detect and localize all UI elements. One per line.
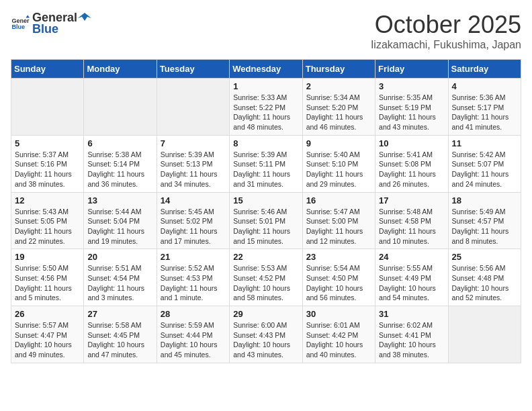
calendar-cell	[11, 79, 84, 136]
logo-bird-icon	[78, 13, 91, 24]
calendar-cell: 3 Sunrise: 5:35 AMSunset: 5:19 PMDayligh…	[375, 79, 448, 136]
day-info: Sunrise: 5:46 AMSunset: 5:01 PMDaylight:…	[233, 207, 298, 246]
calendar-cell: 16 Sunrise: 5:47 AMSunset: 5:00 PMDaylig…	[302, 192, 375, 249]
calendar-cell: 19 Sunrise: 5:50 AMSunset: 4:56 PMDaylig…	[11, 249, 84, 306]
day-number: 30	[306, 309, 371, 319]
day-info: Sunrise: 5:39 AMSunset: 5:11 PMDaylight:…	[233, 150, 298, 189]
day-info: Sunrise: 5:37 AMSunset: 5:16 PMDaylight:…	[15, 150, 80, 189]
day-info: Sunrise: 5:53 AMSunset: 4:52 PMDaylight:…	[233, 263, 298, 303]
day-number: 18	[452, 195, 517, 205]
day-number: 26	[15, 309, 80, 319]
calendar-table: SundayMondayTuesdayWednesdayThursdayFrid…	[11, 59, 521, 363]
day-number: 24	[379, 252, 444, 262]
calendar-week-row: 1 Sunrise: 5:33 AMSunset: 5:22 PMDayligh…	[11, 79, 521, 136]
calendar-week-row: 26 Sunrise: 5:57 AMSunset: 4:47 PMDaylig…	[11, 306, 521, 363]
weekday-header-tuesday: Tuesday	[157, 60, 229, 79]
day-info: Sunrise: 5:56 AMSunset: 4:48 PMDaylight:…	[452, 263, 517, 303]
calendar-cell: 28 Sunrise: 5:59 AMSunset: 4:44 PMDaylig…	[157, 306, 229, 363]
logo-icon: General Blue	[11, 14, 30, 33]
day-info: Sunrise: 5:59 AMSunset: 4:44 PMDaylight:…	[161, 320, 226, 360]
month-title: October 2025	[371, 11, 521, 39]
day-info: Sunrise: 5:34 AMSunset: 5:20 PMDaylight:…	[306, 93, 371, 132]
day-number: 22	[233, 252, 298, 262]
day-number: 5	[15, 138, 80, 148]
calendar-cell: 7 Sunrise: 5:39 AMSunset: 5:13 PMDayligh…	[157, 135, 229, 192]
calendar-cell: 9 Sunrise: 5:40 AMSunset: 5:10 PMDayligh…	[302, 135, 375, 192]
calendar-cell: 2 Sunrise: 5:34 AMSunset: 5:20 PMDayligh…	[302, 79, 375, 136]
day-info: Sunrise: 5:42 AMSunset: 5:07 PMDaylight:…	[452, 150, 517, 189]
day-number: 8	[233, 138, 298, 148]
calendar-cell: 8 Sunrise: 5:39 AMSunset: 5:11 PMDayligh…	[230, 135, 302, 192]
day-info: Sunrise: 5:49 AMSunset: 4:57 PMDaylight:…	[452, 207, 517, 246]
day-info: Sunrise: 6:00 AMSunset: 4:43 PMDaylight:…	[233, 320, 298, 360]
day-number: 17	[379, 195, 444, 205]
weekday-header-monday: Monday	[84, 60, 157, 79]
calendar-cell	[84, 79, 157, 136]
day-info: Sunrise: 5:44 AMSunset: 5:04 PMDaylight:…	[87, 207, 152, 246]
calendar-cell	[448, 306, 521, 363]
day-info: Sunrise: 5:58 AMSunset: 4:45 PMDaylight:…	[87, 320, 152, 360]
day-number: 12	[15, 195, 80, 205]
calendar-week-row: 19 Sunrise: 5:50 AMSunset: 4:56 PMDaylig…	[11, 249, 521, 306]
calendar-cell: 21 Sunrise: 5:52 AMSunset: 4:53 PMDaylig…	[157, 249, 229, 306]
calendar-cell: 10 Sunrise: 5:41 AMSunset: 5:08 PMDaylig…	[375, 135, 448, 192]
calendar-cell: 20 Sunrise: 5:51 AMSunset: 4:54 PMDaylig…	[84, 249, 157, 306]
calendar-cell: 15 Sunrise: 5:46 AMSunset: 5:01 PMDaylig…	[230, 192, 302, 249]
weekday-header-sunday: Sunday	[11, 60, 84, 79]
day-info: Sunrise: 5:47 AMSunset: 5:00 PMDaylight:…	[306, 207, 371, 246]
logo: General Blue General Blue	[11, 11, 92, 36]
day-info: Sunrise: 5:38 AMSunset: 5:14 PMDaylight:…	[87, 150, 152, 189]
day-info: Sunrise: 5:33 AMSunset: 5:22 PMDaylight:…	[233, 93, 298, 132]
day-info: Sunrise: 5:40 AMSunset: 5:10 PMDaylight:…	[306, 150, 371, 189]
calendar-cell: 18 Sunrise: 5:49 AMSunset: 4:57 PMDaylig…	[448, 192, 521, 249]
calendar-cell: 1 Sunrise: 5:33 AMSunset: 5:22 PMDayligh…	[230, 79, 302, 136]
calendar-cell: 11 Sunrise: 5:42 AMSunset: 5:07 PMDaylig…	[448, 135, 521, 192]
svg-marker-3	[78, 13, 91, 21]
calendar-cell: 25 Sunrise: 5:56 AMSunset: 4:48 PMDaylig…	[448, 249, 521, 306]
calendar-cell: 4 Sunrise: 5:36 AMSunset: 5:17 PMDayligh…	[448, 79, 521, 136]
day-number: 19	[15, 252, 80, 262]
day-info: Sunrise: 5:50 AMSunset: 4:56 PMDaylight:…	[15, 263, 80, 303]
calendar-cell: 22 Sunrise: 5:53 AMSunset: 4:52 PMDaylig…	[230, 249, 302, 306]
day-info: Sunrise: 5:43 AMSunset: 5:05 PMDaylight:…	[15, 207, 80, 246]
calendar-cell: 24 Sunrise: 5:55 AMSunset: 4:49 PMDaylig…	[375, 249, 448, 306]
day-info: Sunrise: 5:48 AMSunset: 4:58 PMDaylight:…	[379, 207, 444, 246]
svg-text:Blue: Blue	[11, 24, 25, 30]
location-title: Iizakamachi, Fukushima, Japan	[371, 39, 521, 51]
weekday-header-friday: Friday	[375, 60, 448, 79]
day-number: 6	[87, 138, 152, 148]
weekday-header-wednesday: Wednesday	[230, 60, 302, 79]
day-info: Sunrise: 5:51 AMSunset: 4:54 PMDaylight:…	[87, 263, 152, 303]
day-number: 3	[379, 81, 444, 91]
day-number: 1	[233, 81, 298, 91]
page-header: General Blue General Blue October 2025 I…	[11, 11, 521, 51]
day-number: 31	[379, 309, 444, 319]
calendar-cell: 5 Sunrise: 5:37 AMSunset: 5:16 PMDayligh…	[11, 135, 84, 192]
weekday-header-thursday: Thursday	[302, 60, 375, 79]
calendar-cell: 6 Sunrise: 5:38 AMSunset: 5:14 PMDayligh…	[84, 135, 157, 192]
calendar-cell	[157, 79, 229, 136]
day-info: Sunrise: 5:54 AMSunset: 4:50 PMDaylight:…	[306, 263, 371, 303]
calendar-cell: 29 Sunrise: 6:00 AMSunset: 4:43 PMDaylig…	[230, 306, 302, 363]
calendar-cell: 26 Sunrise: 5:57 AMSunset: 4:47 PMDaylig…	[11, 306, 84, 363]
svg-marker-2	[26, 15, 30, 17]
day-number: 27	[87, 309, 152, 319]
calendar-cell: 31 Sunrise: 6:02 AMSunset: 4:41 PMDaylig…	[375, 306, 448, 363]
day-info: Sunrise: 5:52 AMSunset: 4:53 PMDaylight:…	[161, 263, 226, 303]
day-info: Sunrise: 5:35 AMSunset: 5:19 PMDaylight:…	[379, 93, 444, 132]
day-info: Sunrise: 6:02 AMSunset: 4:41 PMDaylight:…	[379, 320, 444, 360]
day-number: 14	[161, 195, 226, 205]
calendar-cell: 17 Sunrise: 5:48 AMSunset: 4:58 PMDaylig…	[375, 192, 448, 249]
weekday-header-saturday: Saturday	[448, 60, 521, 79]
title-area: October 2025 Iizakamachi, Fukushima, Jap…	[371, 11, 521, 51]
calendar-cell: 23 Sunrise: 5:54 AMSunset: 4:50 PMDaylig…	[302, 249, 375, 306]
day-number: 7	[161, 138, 226, 148]
day-number: 10	[379, 138, 444, 148]
calendar-cell: 27 Sunrise: 5:58 AMSunset: 4:45 PMDaylig…	[84, 306, 157, 363]
day-number: 20	[87, 252, 152, 262]
calendar-week-row: 12 Sunrise: 5:43 AMSunset: 5:05 PMDaylig…	[11, 192, 521, 249]
day-info: Sunrise: 5:41 AMSunset: 5:08 PMDaylight:…	[379, 150, 444, 189]
day-number: 29	[233, 309, 298, 319]
day-number: 25	[452, 252, 517, 262]
calendar-cell: 13 Sunrise: 5:44 AMSunset: 5:04 PMDaylig…	[84, 192, 157, 249]
